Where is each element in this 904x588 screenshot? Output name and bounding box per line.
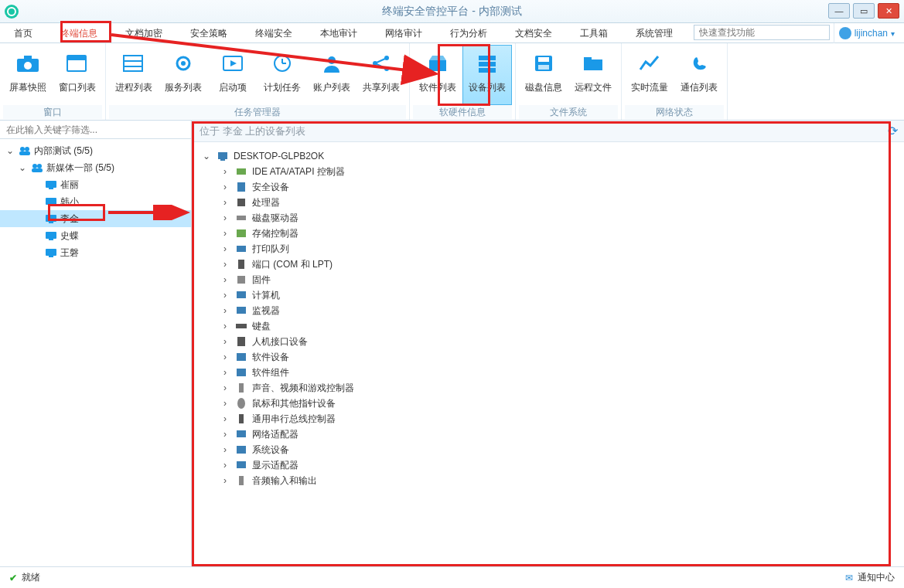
ribbon-btn-shop[interactable]: 软件列表	[413, 45, 462, 105]
device-item-3[interactable]: ›磁盘驱动器	[201, 210, 895, 226]
menu-6[interactable]: 网络审计	[371, 23, 436, 42]
tree-user-4[interactable]: 王磐	[0, 244, 191, 261]
device-item-7[interactable]: ›固件	[201, 272, 895, 287]
device-item-14[interactable]: ›声音、视频和游戏控制器	[201, 380, 895, 396]
device-item-8[interactable]: ›计算机	[201, 287, 895, 303]
ribbon-btn-share[interactable]: 共享列表	[356, 45, 406, 105]
svg-point-9	[181, 61, 186, 66]
svg-rect-27	[538, 57, 549, 62]
ribbon-btn-save[interactable]: 磁盘信息	[519, 45, 568, 105]
svg-point-31	[20, 147, 25, 151]
svg-rect-50	[237, 182, 245, 192]
menu-10[interactable]: 系统管理	[622, 23, 687, 42]
tree-root[interactable]: ⌄内部测试 (5/5)	[0, 142, 191, 159]
menu-9[interactable]: 工具箱	[566, 23, 622, 42]
device-icon	[235, 227, 247, 240]
svg-rect-47	[218, 152, 227, 159]
svg-rect-36	[32, 168, 43, 172]
ribbon-btn-processes[interactable]: 进程列表	[109, 45, 159, 105]
device-item-12[interactable]: ›软件设备	[201, 349, 895, 365]
device-item-18[interactable]: ›系统设备	[201, 442, 895, 457]
maximize-button[interactable]: ▭	[853, 3, 875, 19]
save-icon	[530, 50, 558, 76]
tree-user-1[interactable]: 韩小	[0, 193, 191, 210]
svg-rect-4	[67, 56, 86, 60]
tree-user-3[interactable]: 史蝶	[0, 227, 191, 244]
ribbon-btn-chart[interactable]: 实时流量	[625, 45, 674, 105]
search-input[interactable]	[694, 25, 830, 40]
refresh-icon[interactable]: ⟳	[888, 124, 898, 138]
device-item-17[interactable]: ›网络适配器	[201, 427, 895, 442]
ribbon-btn-schedule[interactable]: 计划任务	[258, 45, 307, 105]
tree-user-2[interactable]: 李金	[0, 210, 191, 227]
ribbon-btn-phone[interactable]: 通信列表	[674, 45, 724, 105]
device-icon	[235, 196, 247, 209]
menu-2[interactable]: 文档加密	[111, 23, 176, 42]
svg-line-19	[377, 59, 385, 63]
svg-rect-30	[584, 57, 592, 61]
svg-rect-65	[239, 414, 244, 423]
device-item-5[interactable]: ›打印队列	[201, 241, 895, 257]
gear-icon	[169, 50, 197, 76]
menu-1[interactable]: 终端信息	[46, 23, 111, 42]
user-menu[interactable]: lijinchan ▾	[834, 23, 899, 43]
device-item-16[interactable]: ›通用串行总线控制器	[201, 411, 895, 427]
device-icon	[235, 335, 247, 348]
menu-8[interactable]: 文档安全	[501, 23, 566, 42]
ribbon-btn-play[interactable]: 启动项	[208, 45, 258, 105]
ribbon-btn-camera[interactable]: 屏幕快照	[3, 45, 53, 105]
minimize-button[interactable]: —	[828, 3, 850, 19]
svg-rect-43	[46, 232, 56, 239]
device-root[interactable]: ⌄DESKTOP-GLPB2OK	[201, 148, 895, 164]
status-bar: ✔ 就绪 ✉ 通知中心	[0, 566, 904, 588]
close-button[interactable]: ✕	[878, 3, 899, 19]
ribbon-btn-label: 进程列表	[115, 81, 152, 94]
ribbon-btn-user[interactable]: 账户列表	[307, 45, 356, 105]
device-item-1[interactable]: ›安全设备	[201, 179, 895, 195]
svg-rect-5	[124, 56, 142, 71]
notify-center[interactable]: ✉ 通知中心	[845, 571, 895, 584]
tree-filter-input[interactable]	[0, 121, 191, 139]
device-item-0[interactable]: ›IDE ATA/ATAPI 控制器	[201, 164, 895, 179]
device-item-15[interactable]: ›鼠标和其他指针设备	[201, 396, 895, 411]
menu-5[interactable]: 本地审计	[306, 23, 371, 42]
check-icon: ✔	[9, 573, 17, 583]
ribbon-btn-folder[interactable]: 远程文件	[568, 45, 618, 105]
device-item-10[interactable]: ›键盘	[201, 318, 895, 334]
ribbon-group-label: 窗口	[3, 105, 102, 119]
device-item-9[interactable]: ›监视器	[201, 303, 895, 318]
svg-rect-57	[237, 291, 246, 298]
ribbon-btn-windows[interactable]: 窗口列表	[53, 45, 102, 105]
chart-icon	[636, 50, 664, 76]
device-item-19[interactable]: ›显示适配器	[201, 457, 895, 473]
windows-icon	[63, 50, 91, 76]
svg-rect-24	[479, 62, 496, 66]
device-icon	[473, 50, 501, 76]
device-icon	[235, 258, 247, 270]
device-item-6[interactable]: ›端口 (COM 和 LPT)	[201, 257, 895, 272]
svg-rect-53	[237, 229, 246, 237]
device-icon	[235, 444, 247, 456]
menu-7[interactable]: 行为分析	[436, 23, 501, 42]
device-item-11[interactable]: ›人机接口设备	[201, 334, 895, 349]
svg-rect-23	[479, 56, 496, 60]
device-item-4[interactable]: ›存储控制器	[201, 226, 895, 241]
menu-3[interactable]: 安全策略	[176, 23, 241, 42]
device-item-2[interactable]: ›处理器	[201, 195, 895, 210]
tree-group[interactable]: ⌄新媒体一部 (5/5)	[0, 159, 191, 176]
tree-user-0[interactable]: 崔丽	[0, 176, 191, 193]
svg-rect-52	[237, 216, 246, 220]
device-icon	[235, 366, 247, 379]
device-item-20[interactable]: ›音频输入和输出	[201, 473, 895, 488]
device-tree: ⌄DESKTOP-GLPB2OK›IDE ATA/ATAPI 控制器›安全设备›…	[192, 142, 904, 566]
menu-0[interactable]: 首页	[0, 23, 46, 42]
main-panel: 位于 李金 上的设备列表 ⟳ ⌄DESKTOP-GLPB2OK›IDE ATA/…	[192, 121, 904, 566]
menu-4[interactable]: 终端安全	[241, 23, 306, 42]
ribbon-btn-gear[interactable]: 服务列表	[159, 45, 208, 105]
camera-icon	[14, 50, 42, 76]
ribbon-btn-label: 设备列表	[469, 81, 506, 94]
device-item-13[interactable]: ›软件组件	[201, 365, 895, 380]
search-box[interactable]	[694, 25, 830, 40]
ribbon-group-3: 磁盘信息远程文件文件系统	[516, 43, 622, 120]
ribbon-btn-device[interactable]: 设备列表	[462, 45, 512, 105]
